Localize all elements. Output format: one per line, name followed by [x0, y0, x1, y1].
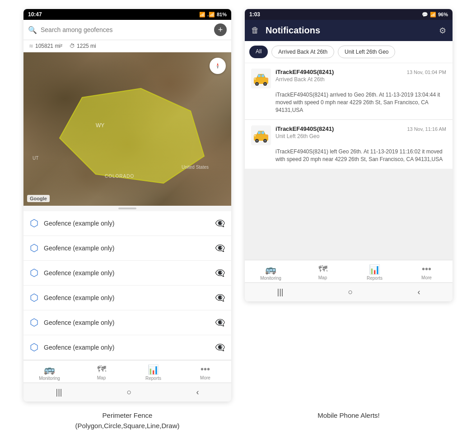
- geofence-item-6[interactable]: ⬡ Geofence (example only) 👁‍🗨: [23, 335, 231, 360]
- filter-tabs: All Arrived Back At 26th Unit Left 26th …: [245, 41, 453, 63]
- geofence-visibility-1[interactable]: 👁‍🗨: [215, 218, 225, 228]
- distance-stat: ⏱ 1225 mi: [70, 43, 96, 49]
- notification-card-2[interactable]: iTrackEF4940S(8241) 13 Nov, 11:16 AM Uni…: [245, 120, 453, 169]
- filter-tab-left[interactable]: Unit Left 26th Geo: [338, 46, 395, 58]
- battery-right: 96%: [438, 12, 448, 17]
- svg-rect-21: [254, 135, 256, 136]
- reports-label-right: Reports: [367, 276, 383, 281]
- geofence-icon-1: ⬡: [30, 217, 38, 229]
- geofence-item-3[interactable]: ⬡ Geofence (example only) 👁‍🗨: [23, 261, 231, 286]
- nav-reports-right[interactable]: 📊 Reports: [349, 264, 401, 281]
- notif-header-row-1: iTrackEF4940S(8241) 13 Nov, 01:04 PM: [275, 69, 446, 75]
- notif-header-row-2: iTrackEF4940S(8241) 13 Nov, 11:16 AM: [275, 125, 446, 132]
- map-label: Map: [97, 375, 106, 380]
- monitoring-icon: 🚌: [44, 364, 55, 375]
- reports-icon-right: 📊: [369, 264, 380, 275]
- stats-bar: ≋ 105821 mi² ⏱ 1225 mi: [23, 40, 231, 52]
- filter-tab-all[interactable]: All: [249, 46, 268, 58]
- android-recent-left[interactable]: |||: [56, 388, 62, 397]
- search-bar: 🔍 +: [23, 20, 231, 40]
- nav-more-right[interactable]: ••• More: [401, 264, 453, 281]
- wifi-icon: 📶: [199, 12, 205, 18]
- map-label-us: United States: [182, 165, 209, 170]
- geofence-icon-4: ⬡: [30, 292, 38, 304]
- compass-button[interactable]: [210, 58, 226, 74]
- delete-button[interactable]: 🗑: [251, 26, 259, 35]
- map-label-wy: WY: [96, 122, 104, 129]
- status-icons-left: 📶 .📶 81%: [199, 12, 227, 18]
- wifi-icon-right: 📶: [430, 12, 436, 18]
- battery-left: 81%: [217, 12, 227, 17]
- nav-monitoring-right[interactable]: 🚌 Monitoring: [245, 264, 297, 281]
- android-back-left[interactable]: ‹: [196, 388, 199, 397]
- svg-marker-2: [217, 66, 219, 69]
- captions-row: Perimeter Fence(Polygon,Circle,Square,Li…: [0, 406, 476, 435]
- android-home-right[interactable]: ○: [348, 287, 353, 297]
- geofence-item-1[interactable]: ⬡ Geofence (example only) 👁‍🗨: [23, 211, 231, 236]
- svg-point-10: [264, 83, 266, 85]
- geofence-item-4[interactable]: ⬡ Geofence (example only) 👁‍🗨: [23, 286, 231, 310]
- geofence-icon-5: ⬡: [30, 317, 38, 328]
- time-left: 10:47: [28, 11, 42, 18]
- geofence-icon-6: ⬡: [30, 342, 38, 353]
- nav-map-right[interactable]: 🗺 Map: [297, 264, 349, 281]
- scroll-indicator: [23, 206, 231, 211]
- svg-rect-22: [266, 135, 268, 136]
- geofence-visibility-4[interactable]: 👁‍🗨: [215, 293, 225, 303]
- geofence-polygon-svg: [23, 52, 231, 206]
- android-recent-right[interactable]: |||: [277, 287, 284, 297]
- reports-label: Reports: [145, 376, 161, 381]
- caption-left-text: Perimeter Fence(Polygon,Circle,Square,Li…: [75, 411, 180, 430]
- geofence-item-2[interactable]: ⬡ Geofence (example only) 👁‍🗨: [23, 236, 231, 261]
- geofence-item-5[interactable]: ⬡ Geofence (example only) 👁‍🗨: [23, 310, 231, 335]
- google-badge: Google: [27, 195, 50, 202]
- more-icon-right: •••: [422, 264, 431, 274]
- notification-card-1[interactable]: iTrackEF4940S(8241) 13 Nov, 01:04 PM Arr…: [245, 63, 453, 119]
- search-icon: 🔍: [28, 26, 37, 34]
- notif-header-2: iTrackEF4940S(8241) 13 Nov, 11:16 AM Uni…: [251, 125, 446, 145]
- svg-rect-6: [261, 74, 264, 77]
- nav-monitoring-left[interactable]: 🚌 Monitoring: [23, 364, 75, 381]
- notif-meta-1: iTrackEF4940S(8241) 13 Nov, 01:04 PM Arr…: [275, 69, 446, 83]
- map-icon-right: 🗺: [318, 264, 327, 274]
- geofence-visibility-6[interactable]: 👁‍🗨: [215, 342, 225, 352]
- empty-area: [245, 170, 453, 260]
- geofence-name-5: Geofence (example only): [44, 319, 210, 326]
- page-title: Notifications: [266, 25, 433, 36]
- geofence-icon-3: ⬡: [30, 267, 38, 279]
- notif-description-1: iTrackEF4940S(8241) arrived to Geo 26th.…: [275, 91, 446, 114]
- clock-icon: ⏱: [70, 43, 75, 49]
- geofence-list: ⬡ Geofence (example only) 👁‍🗨 ⬡ Geofence…: [23, 211, 231, 360]
- bottom-nav-right: 🚌 Monitoring 🗺 Map 📊 Reports ••• More: [245, 260, 453, 282]
- distance-value: 1225 mi: [77, 43, 96, 49]
- status-bar-left: 10:47 📶 .📶 81%: [23, 9, 231, 20]
- notifications-list: iTrackEF4940S(8241) 13 Nov, 01:04 PM Arr…: [245, 63, 453, 260]
- event-type-2: Unit Left 26th Geo: [275, 133, 446, 139]
- compass-icon: [214, 62, 222, 70]
- nav-reports-left[interactable]: 📊 Reports: [127, 364, 179, 381]
- nav-more-left[interactable]: ••• More: [179, 364, 231, 381]
- search-input[interactable]: [41, 26, 210, 33]
- status-bar-right: 1:03 💬 📶 96%: [245, 9, 453, 20]
- add-geofence-button[interactable]: +: [214, 23, 227, 36]
- svg-rect-5: [258, 74, 261, 77]
- android-nav-right: ||| ○ ‹: [245, 282, 453, 301]
- geofence-name-4: Geofence (example only): [44, 294, 210, 301]
- filter-tab-arrived[interactable]: Arrived Back At 26th: [271, 46, 334, 58]
- settings-button[interactable]: ⚙: [439, 26, 446, 36]
- geofence-visibility-3[interactable]: 👁‍🗨: [215, 268, 225, 278]
- right-phone: 1:03 💬 📶 96% 🗑 Notifications ⚙ All Arriv…: [245, 9, 453, 301]
- nav-map-left[interactable]: 🗺 Map: [75, 364, 127, 381]
- notif-meta-2: iTrackEF4940S(8241) 13 Nov, 11:16 AM Uni…: [275, 125, 446, 139]
- android-home-left[interactable]: ○: [127, 388, 132, 397]
- map-label-right: Map: [318, 275, 327, 280]
- map-container[interactable]: WY COLORADO United States UT Google: [23, 52, 231, 206]
- geofence-name-3: Geofence (example only): [44, 269, 210, 277]
- geofence-visibility-5[interactable]: 👁‍🗨: [215, 318, 225, 328]
- more-label-left: More: [200, 375, 210, 380]
- geofence-visibility-2[interactable]: 👁‍🗨: [215, 243, 225, 253]
- device-name-2: iTrackEF4940S(8241): [275, 125, 334, 132]
- status-icons-right: 💬 📶 96%: [422, 12, 448, 18]
- notif-header-1: iTrackEF4940S(8241) 13 Nov, 01:04 PM Arr…: [251, 69, 446, 88]
- android-back-right[interactable]: ‹: [417, 287, 420, 297]
